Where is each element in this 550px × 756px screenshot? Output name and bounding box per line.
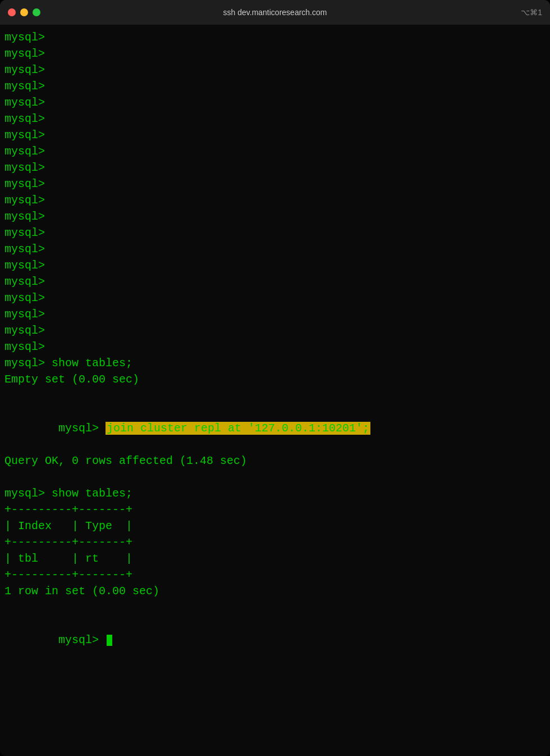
table-border-3-line: +---------+-------+ xyxy=(4,567,546,583)
prompt-line-14: mysql> xyxy=(4,241,546,257)
maximize-button[interactable] xyxy=(33,8,40,16)
blank-line-1 xyxy=(4,388,546,404)
show-tables-1-line: mysql> show tables; xyxy=(4,355,546,371)
prompt-line-18: mysql> xyxy=(4,306,546,322)
prompt-line-12: mysql> xyxy=(4,208,546,225)
shortcut-label: ⌥⌘1 xyxy=(521,8,542,17)
terminal-window: ssh dev.manticoresearch.com ⌥⌘1 mysql> m… xyxy=(0,0,550,756)
prompt-line-2: mysql> xyxy=(4,45,546,62)
table-header-line: | Index | Type | xyxy=(4,518,546,534)
highlighted-command: join cluster repl at '127.0.0.1:10201'; xyxy=(106,422,370,435)
terminal-area[interactable]: mysql> mysql> mysql> mysql> mysql> mysql… xyxy=(0,25,550,756)
prompt-line-9: mysql> xyxy=(4,160,546,176)
blank-line-2 xyxy=(4,469,546,485)
window-title: ssh dev.manticoresearch.com xyxy=(223,8,327,17)
prompt-line-15: mysql> xyxy=(4,257,546,274)
empty-set-line: Empty set (0.00 sec) xyxy=(4,371,546,388)
terminal-output: mysql> mysql> mysql> mysql> mysql> mysql… xyxy=(4,29,546,752)
close-button[interactable] xyxy=(8,8,16,16)
final-prompt-line: mysql> xyxy=(4,616,546,664)
table-row-line: | tbl | rt | xyxy=(4,550,546,567)
prompt-line-6: mysql> xyxy=(4,111,546,127)
prompt-line-17: mysql> xyxy=(4,290,546,306)
title-bar: ssh dev.manticoresearch.com ⌥⌘1 xyxy=(0,0,550,25)
prompt-line-7: mysql> xyxy=(4,127,546,143)
traffic-lights xyxy=(8,8,40,16)
join-command-line: mysql> join cluster repl at '127.0.0.1:1… xyxy=(4,404,546,453)
prompt-line-1: mysql> xyxy=(4,29,546,45)
query-ok-line: Query OK, 0 rows affected (1.48 sec) xyxy=(4,453,546,469)
prompt-line-11: mysql> xyxy=(4,192,546,208)
prompt-line-5: mysql> xyxy=(4,94,546,111)
row-count-line: 1 row in set (0.00 sec) xyxy=(4,583,546,599)
prompt-line-8: mysql> xyxy=(4,143,546,160)
prompt-line-16: mysql> xyxy=(4,274,546,290)
blank-line-3 xyxy=(4,599,546,616)
table-border-2-line: +---------+-------+ xyxy=(4,534,546,550)
terminal-cursor xyxy=(107,635,112,646)
prompt-line-4: mysql> xyxy=(4,78,546,94)
prompt-line-3: mysql> xyxy=(4,62,546,78)
table-border-1-line: +---------+-------+ xyxy=(4,502,546,518)
minimize-button[interactable] xyxy=(20,8,28,16)
prompt-line-10: mysql> xyxy=(4,176,546,192)
prompt-line-19: mysql> xyxy=(4,322,546,339)
show-tables-2-line: mysql> show tables; xyxy=(4,485,546,502)
prompt-line-20: mysql> xyxy=(4,339,546,355)
prompt-line-13: mysql> xyxy=(4,225,546,241)
